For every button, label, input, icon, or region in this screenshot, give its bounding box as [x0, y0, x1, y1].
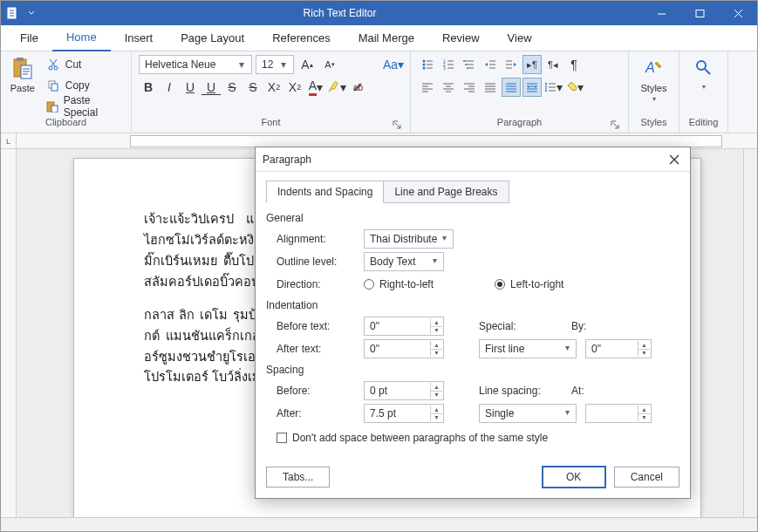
tab-indents-spacing[interactable]: Indents and Spacing [266, 181, 384, 203]
tab-insert[interactable]: Insert [111, 25, 167, 51]
outline-level-combo[interactable]: Body Text▾ [364, 252, 444, 271]
italic-button[interactable]: I [160, 78, 179, 97]
dialog-close-button[interactable] [666, 151, 683, 168]
copy-button[interactable]: Copy [41, 76, 124, 95]
spacing-after-input[interactable]: 7.5 pt▲▼ [364, 404, 444, 423]
align-left-button[interactable] [418, 78, 437, 97]
by-label: By: [571, 320, 606, 332]
font-size-combo[interactable]: 12 ▾ [256, 55, 294, 74]
special-combo[interactable]: First line▾ [479, 339, 577, 358]
cut-button[interactable]: Cut [41, 55, 124, 74]
highlight-button[interactable]: ▾ [327, 78, 346, 97]
spacing-before-input[interactable]: 0 pt▲▼ [364, 381, 444, 400]
tab-selector[interactable]: L [1, 133, 17, 149]
tab-file[interactable]: File [6, 25, 52, 51]
tab-home[interactable]: Home [52, 25, 111, 51]
at-input[interactable]: ▲▼ [585, 404, 652, 423]
spin-up-icon[interactable]: ▲ [430, 406, 442, 414]
group-styles: A Styles ▾ Styles [629, 51, 679, 133]
rtl-radio[interactable]: Right-to-left [364, 278, 434, 290]
styles-button[interactable]: A Styles ▾ [638, 55, 671, 103]
spin-up-icon[interactable]: ▲ [430, 383, 442, 392]
titlebar: Rich Text Editor [1, 1, 757, 25]
justify-button[interactable] [481, 78, 500, 97]
spin-up-icon[interactable]: ▲ [430, 318, 442, 327]
paragraph-dialog-launcher[interactable] [609, 119, 621, 131]
bullets-button[interactable] [418, 55, 437, 74]
multilevel-list-button[interactable] [460, 55, 479, 74]
double-strikethrough-button[interactable]: S [243, 78, 263, 97]
line-spacing-button[interactable]: ▾ [543, 78, 563, 97]
numbering-button[interactable]: 123 [439, 55, 458, 74]
svg-text:3: 3 [443, 65, 446, 71]
cancel-button[interactable]: Cancel [614, 467, 679, 488]
ok-button[interactable]: OK [543, 467, 605, 488]
decrease-indent-button[interactable] [481, 55, 500, 74]
font-name-combo[interactable]: Helvetica Neue ▾ [139, 55, 252, 74]
distribute-button[interactable] [502, 78, 521, 97]
no-space-same-style-checkbox[interactable]: Don't add space between paragraphs of th… [277, 432, 679, 444]
show-marks-button[interactable]: ¶ [564, 55, 584, 74]
pilcrow-rtl-button[interactable]: ¶◂ [543, 55, 563, 74]
font-group-label: Font [261, 117, 280, 127]
increase-indent-button[interactable] [502, 55, 521, 74]
shading-button[interactable]: ▾ [564, 78, 584, 97]
paste-button[interactable]: Paste [8, 55, 38, 93]
svg-point-5 [49, 66, 52, 70]
change-case-button[interactable]: Aa▾ [384, 55, 403, 74]
horizontal-scrollbar[interactable] [1, 517, 757, 531]
pilcrow-ltr-button[interactable]: ▸¶ [522, 55, 542, 74]
spin-down-icon[interactable]: ▼ [638, 414, 650, 422]
editing-button[interactable]: ▾ [687, 55, 720, 91]
shrink-font-button[interactable]: A▾ [320, 55, 339, 74]
font-size-value: 12 [262, 58, 277, 71]
quick-access-dropdown-icon[interactable] [25, 10, 38, 17]
ltr-radio[interactable]: Left-to-right [495, 278, 563, 290]
strikethrough-button[interactable]: S [222, 78, 242, 97]
outline-level-label: Outline level: [277, 256, 355, 268]
bold-button[interactable]: B [139, 78, 158, 97]
after-text-input[interactable]: 0"▲▼ [364, 339, 444, 358]
spin-down-icon[interactable]: ▼ [430, 414, 442, 422]
svg-point-12 [423, 60, 426, 63]
font-color-button[interactable]: A▾ [306, 78, 325, 97]
align-center-button[interactable] [439, 78, 458, 97]
tab-mail-merge[interactable]: Mail Merge [345, 25, 428, 51]
by-input[interactable]: 0"▲▼ [585, 339, 652, 358]
checkbox-icon [277, 433, 287, 443]
tab-review[interactable]: Review [428, 25, 494, 51]
tab-view[interactable]: View [494, 25, 546, 51]
subscript-button[interactable]: X2 [285, 78, 304, 97]
tab-page-layout[interactable]: Page Layout [167, 25, 258, 51]
direction-label: Direction: [277, 278, 355, 290]
alignment-combo[interactable]: Thai Distribute▾ [364, 229, 454, 249]
align-right-button[interactable] [460, 78, 479, 97]
spin-down-icon[interactable]: ▼ [430, 392, 442, 399]
spin-down-icon[interactable]: ▼ [638, 350, 650, 358]
font-dialog-launcher[interactable] [391, 119, 403, 131]
vertical-scrollbar[interactable] [743, 149, 757, 517]
thai-distribute-button[interactable] [522, 78, 542, 97]
close-button[interactable] [719, 1, 757, 25]
spin-up-icon[interactable]: ▲ [638, 406, 650, 414]
paste-special-button[interactable]: Paste Special [41, 97, 124, 116]
tabs-button[interactable]: Tabs... [266, 467, 330, 488]
clear-format-button[interactable]: ab [348, 78, 367, 97]
double-underline-button[interactable]: U [201, 79, 221, 95]
spin-up-icon[interactable]: ▲ [638, 341, 650, 350]
underline-button[interactable]: U [181, 78, 200, 97]
find-icon [691, 55, 717, 81]
spin-down-icon[interactable]: ▼ [430, 350, 442, 358]
spin-down-icon[interactable]: ▼ [430, 327, 442, 335]
tab-line-page-breaks[interactable]: Line and Page Breaks [383, 181, 509, 203]
spin-up-icon[interactable]: ▲ [430, 341, 442, 350]
line-spacing-combo[interactable]: Single▾ [479, 404, 577, 423]
minimize-button[interactable] [642, 1, 680, 25]
superscript-button[interactable]: X2 [264, 78, 283, 97]
tab-references[interactable]: References [258, 25, 344, 51]
maximize-button[interactable] [680, 1, 719, 25]
before-text-input[interactable]: 0"▲▼ [364, 317, 444, 336]
vertical-ruler[interactable] [1, 149, 17, 517]
special-label: Special: [479, 320, 563, 332]
grow-font-button[interactable]: A▴ [297, 55, 317, 74]
